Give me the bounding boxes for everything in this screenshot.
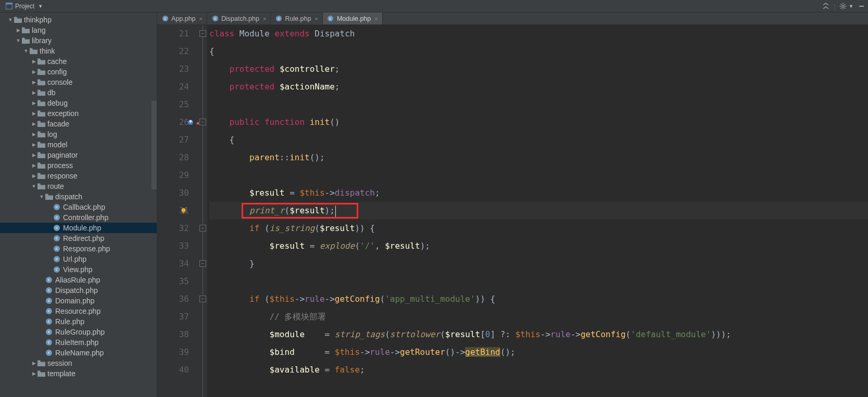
tree-file[interactable]: ▶CRule.php: [0, 316, 157, 327]
chevron-right-icon[interactable]: ▶: [15, 28, 21, 33]
chevron-down-icon[interactable]: ▼: [7, 17, 14, 22]
chevron-right-icon[interactable]: ▶: [31, 80, 37, 85]
code-line[interactable]: $module = strip_tags(strtolower($result[…: [209, 326, 868, 343]
code-line[interactable]: protected $actionName;: [209, 78, 868, 96]
tree-folder[interactable]: ▼thinkphp: [0, 15, 157, 25]
scrollbar-thumb[interactable]: [152, 101, 157, 189]
chevron-right-icon[interactable]: ▶: [31, 132, 37, 137]
line-number[interactable]: 39: [157, 343, 189, 361]
code-line[interactable]: $result = $this->dispatch;: [209, 184, 868, 202]
tree-folder[interactable]: ▼dispatch: [0, 191, 157, 202]
code-line[interactable]: public function init(): [209, 113, 868, 131]
chevron-right-icon[interactable]: ▶: [31, 152, 37, 158]
code-line[interactable]: class Module extends Dispatch: [209, 25, 868, 43]
gear-icon[interactable]: [839, 3, 847, 10]
tree-folder[interactable]: ▶debug: [0, 98, 157, 108]
tree-file[interactable]: ▶CRuleGroup.php: [0, 327, 157, 337]
tree-file[interactable]: ▶CRuleName.php: [0, 348, 157, 358]
tree-folder[interactable]: ▶exception: [0, 108, 157, 119]
tree-file[interactable]: ▶CDispatch.php: [0, 285, 157, 296]
code-line[interactable]: $available = false;: [209, 361, 868, 379]
tree-folder[interactable]: ▶template: [0, 368, 157, 379]
line-number[interactable]: 26: [157, 113, 189, 131]
code-line[interactable]: [209, 273, 868, 290]
code-line[interactable]: protected $controller;: [209, 60, 868, 78]
line-number[interactable]: 38: [157, 326, 189, 343]
override-method-icon[interactable]: [187, 119, 194, 126]
code-line[interactable]: {: [209, 43, 868, 60]
tree-folder[interactable]: ▼think: [0, 46, 157, 56]
chevron-down-icon[interactable]: ▼: [15, 38, 21, 43]
tree-file[interactable]: ▶CCallback.php: [0, 202, 157, 212]
tree-folder[interactable]: ▶response: [0, 171, 157, 181]
chevron-down-icon[interactable]: ▼: [23, 48, 29, 54]
chevron-right-icon[interactable]: ▶: [31, 371, 37, 376]
editor-tab[interactable]: CDispatch.php×: [207, 12, 271, 24]
line-number[interactable]: 32: [157, 220, 189, 237]
tree-folder[interactable]: ▶cache: [0, 56, 157, 67]
line-number[interactable]: 24: [157, 78, 189, 96]
fold-collapse-icon[interactable]: −: [199, 30, 206, 37]
project-tree[interactable]: ▼thinkphp▶lang▼library▼think▶cache▶confi…: [0, 12, 157, 397]
tree-folder[interactable]: ▶session: [0, 358, 157, 368]
chevron-right-icon[interactable]: ▶: [31, 90, 37, 95]
tree-folder[interactable]: ▶paginator: [0, 150, 157, 160]
tree-file[interactable]: ▶CResource.php: [0, 306, 157, 316]
chevron-right-icon[interactable]: ▶: [31, 173, 37, 178]
fold-collapse-icon[interactable]: −: [199, 260, 206, 267]
collapse-tool-icon[interactable]: [822, 3, 829, 10]
tree-folder[interactable]: ▶db: [0, 87, 157, 98]
tree-file[interactable]: ▶CView.php: [0, 264, 157, 275]
line-number[interactable]: 27: [157, 131, 189, 149]
code-line[interactable]: $result = explode('/', $result);: [209, 237, 868, 255]
fold-collapse-icon[interactable]: −: [199, 296, 206, 302]
chevron-right-icon[interactable]: ▶: [31, 59, 37, 64]
line-number[interactable]: 34: [157, 255, 189, 273]
line-number[interactable]: 35: [157, 273, 189, 290]
editor-tab[interactable]: CModule.php×: [323, 12, 383, 24]
code-editor[interactable]: class Module extends Dispatch{ protected…: [207, 25, 868, 397]
fold-collapse-icon[interactable]: −: [199, 225, 206, 232]
editor-tab[interactable]: CApp.php×: [157, 12, 207, 24]
tree-folder[interactable]: ▶model: [0, 139, 157, 150]
close-icon[interactable]: ×: [315, 16, 318, 22]
close-icon[interactable]: ×: [263, 16, 266, 22]
tree-file[interactable]: ▶CRedirect.php: [0, 233, 157, 244]
code-line[interactable]: // 多模块部署: [209, 308, 868, 326]
tree-folder[interactable]: ▶process: [0, 160, 157, 171]
tree-folder[interactable]: ▶lang: [0, 25, 157, 35]
close-icon[interactable]: ×: [374, 16, 378, 22]
intention-bulb-icon[interactable]: [180, 207, 187, 214]
line-number[interactable]: 22: [157, 43, 189, 60]
code-line[interactable]: [209, 96, 868, 113]
project-tool-window-button[interactable]: Project ▼: [2, 2, 46, 11]
code-line[interactable]: parent::init();: [209, 149, 868, 167]
tree-folder[interactable]: ▶log: [0, 129, 157, 139]
editor-gutter[interactable]: 2122232425262728293031323334353637383940: [157, 25, 199, 397]
chevron-down-icon[interactable]: ▼: [39, 194, 45, 199]
code-line[interactable]: if ($this->rule->getConfig('app_multi_mo…: [209, 290, 868, 308]
tree-folder[interactable]: ▶facade: [0, 119, 157, 129]
tree-file[interactable]: ▶CDomain.php: [0, 296, 157, 306]
tree-folder[interactable]: ▼library: [0, 35, 157, 46]
code-line[interactable]: }: [209, 255, 868, 273]
line-number[interactable]: 37: [157, 308, 189, 326]
line-number[interactable]: 30: [157, 184, 189, 202]
chevron-right-icon[interactable]: ▶: [31, 142, 37, 147]
chevron-right-icon[interactable]: ▶: [31, 100, 37, 106]
code-line[interactable]: [209, 167, 868, 184]
tree-folder[interactable]: ▼route: [0, 181, 157, 191]
chevron-down-icon[interactable]: ▼: [31, 184, 37, 189]
tree-file[interactable]: ▶CController.php: [0, 212, 157, 223]
code-line[interactable]: {: [209, 131, 868, 149]
code-line[interactable]: $bind = $this->rule->getRouter()->getBin…: [209, 343, 868, 361]
tree-file[interactable]: ▶CModule.php: [0, 223, 157, 233]
fold-collapse-icon[interactable]: −: [199, 119, 206, 125]
editor-tab[interactable]: CRule.php×: [271, 12, 322, 24]
chevron-right-icon[interactable]: ▶: [31, 69, 37, 74]
code-line[interactable]: if (is_string($result)) {: [209, 220, 868, 237]
line-number[interactable]: 28: [157, 149, 189, 167]
line-number[interactable]: 21: [157, 25, 189, 43]
line-number[interactable]: 40: [157, 361, 189, 379]
tree-folder[interactable]: ▶config: [0, 67, 157, 77]
